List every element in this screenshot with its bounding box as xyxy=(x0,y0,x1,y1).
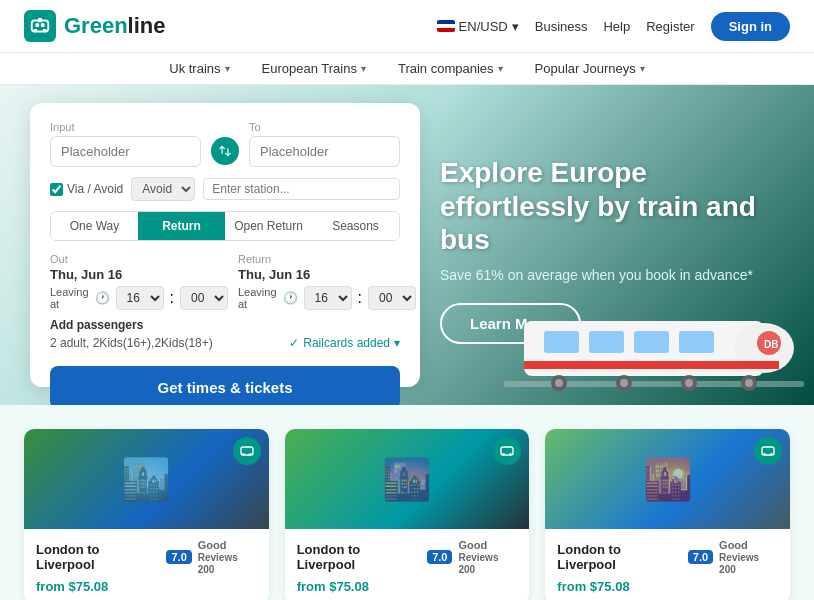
chevron-down-icon: ▾ xyxy=(640,63,645,74)
rating-text-2: Good Reviews 200 xyxy=(719,539,778,575)
booking-form: Input To Via / Avoid Avoid xyxy=(30,103,420,387)
svg-point-25 xyxy=(242,453,245,456)
nav-uk-trains[interactable]: Uk trains ▾ xyxy=(169,61,229,76)
svg-point-2 xyxy=(43,29,47,33)
business-link[interactable]: Business xyxy=(535,19,588,34)
station-input[interactable] xyxy=(203,178,400,200)
return-date-group: Return Thu, Jun 16 Leaving at 🕐 16 : 00 xyxy=(238,253,416,310)
avoid-select[interactable]: Avoid xyxy=(131,177,195,201)
hero-section: Input To Via / Avoid Avoid xyxy=(0,85,814,405)
hero-title: Explore Europe effortlessly by train and… xyxy=(440,156,784,257)
nav-popular-journeys[interactable]: Popular Journeys ▾ xyxy=(535,61,645,76)
chevron-down-icon: ▾ xyxy=(394,336,400,350)
leaving-at-label: Leaving at xyxy=(50,286,89,310)
svg-point-32 xyxy=(770,453,773,456)
chevron-down-icon: ▾ xyxy=(225,63,230,74)
destination-input[interactable] xyxy=(249,136,400,167)
cards-grid: 🏙️ London to Liverpool 7.0 Good R xyxy=(24,429,790,600)
card-price-0: from $75.08 xyxy=(36,579,257,594)
card-0[interactable]: 🏙️ London to Liverpool 7.0 Good R xyxy=(24,429,269,600)
swap-button[interactable] xyxy=(211,137,239,165)
chevron-down-icon: ▾ xyxy=(512,19,519,34)
svg-text:DB: DB xyxy=(764,339,778,350)
card-image-0: 🏙️ xyxy=(24,429,269,529)
destination-group: To xyxy=(249,121,400,167)
return-time-row: Leaving at 🕐 16 : 00 xyxy=(238,286,416,310)
clock-icon: 🕐 xyxy=(95,291,110,305)
via-avoid-row: Via / Avoid Avoid xyxy=(50,177,400,201)
language-selector[interactable]: EN/USD ▾ xyxy=(437,19,519,34)
svg-rect-6 xyxy=(504,381,804,387)
card-title-2: London to Liverpool 7.0 Good Reviews 200 xyxy=(557,539,778,575)
chevron-down-icon: ▾ xyxy=(498,63,503,74)
logo: Greenline xyxy=(24,10,166,42)
chevron-down-icon: ▾ xyxy=(361,63,366,74)
return-label: Return xyxy=(238,253,416,265)
out-date: Thu, Jun 16 xyxy=(50,267,228,282)
logo-text: Greenline xyxy=(64,13,166,39)
card-image-1: 🌆 xyxy=(285,429,530,529)
svg-rect-11 xyxy=(634,331,669,353)
origin-input[interactable] xyxy=(50,136,201,167)
passengers-label: Add passengers xyxy=(50,318,400,332)
return-date: Thu, Jun 16 xyxy=(238,267,416,282)
get-tickets-button[interactable]: Get times & tickets xyxy=(50,366,400,405)
outbound-hour-select[interactable]: 16 xyxy=(116,286,164,310)
tab-one-way[interactable]: One Way xyxy=(51,212,138,240)
header-right: EN/USD ▾ Business Help Register Sign in xyxy=(437,12,790,41)
return-min-select[interactable]: 00 xyxy=(368,286,416,310)
tab-return[interactable]: Return xyxy=(138,212,225,240)
origin-group: Input xyxy=(50,121,201,167)
help-link[interactable]: Help xyxy=(603,19,630,34)
register-link[interactable]: Register xyxy=(646,19,694,34)
card-price-1: from $75.08 xyxy=(297,579,518,594)
card-body-0: London to Liverpool 7.0 Good Reviews 200… xyxy=(24,529,269,600)
return-hour-select[interactable]: 16 xyxy=(304,286,352,310)
header: Greenline EN/USD ▾ Business Help Registe… xyxy=(0,0,814,53)
card-1[interactable]: 🌆 London to Liverpool 7.0 Good Re xyxy=(285,429,530,600)
input-label: Input xyxy=(50,121,201,133)
tab-seasons[interactable]: Seasons xyxy=(312,212,399,240)
to-label: To xyxy=(249,121,400,133)
journey-type-tabs: One Way Return Open Return Seasons xyxy=(50,211,400,241)
card-title-1: London to Liverpool 7.0 Good Reviews 200 xyxy=(297,539,518,575)
card-2[interactable]: 🌇 London to Liverpool 7.0 Good Re xyxy=(545,429,790,600)
train-badge-2 xyxy=(754,437,782,465)
train-badge-0 xyxy=(233,437,261,465)
svg-point-28 xyxy=(503,453,506,456)
svg-rect-5 xyxy=(38,18,42,23)
railcards-label: Railcards added xyxy=(303,336,390,350)
train-svg: DB xyxy=(504,261,804,401)
main-nav: Uk trains ▾ European Trains ▾ Train comp… xyxy=(0,53,814,85)
rating-badge-2: 7.0 xyxy=(688,550,713,564)
return-leaving-label: Leaving at xyxy=(238,286,277,310)
outbound-time-row: Leaving at 🕐 16 : 00 xyxy=(50,286,228,310)
train-illustration: DB xyxy=(504,261,804,405)
nav-train-companies[interactable]: Train companies ▾ xyxy=(398,61,503,76)
railcards-button[interactable]: ✓ Railcards added ▾ xyxy=(289,336,400,350)
card-body-1: London to Liverpool 7.0 Good Reviews 200… xyxy=(285,529,530,600)
card-image-2: 🌇 xyxy=(545,429,790,529)
passengers-section: Add passengers 2 adult, 2Kids(16+),2Kids… xyxy=(50,318,400,350)
hero-content: Explore Europe effortlessly by train and… xyxy=(420,85,814,405)
logo-icon xyxy=(24,10,56,42)
svg-point-21 xyxy=(745,379,753,387)
svg-point-1 xyxy=(34,29,38,33)
out-label: Out xyxy=(50,253,228,265)
via-checkbox[interactable] xyxy=(50,183,63,196)
via-checkbox-label[interactable]: Via / Avoid xyxy=(50,182,123,196)
rating-text-1: Good Reviews 200 xyxy=(458,539,517,575)
card-img-bg-1: 🌆 xyxy=(285,429,530,529)
svg-point-31 xyxy=(763,453,766,456)
outbound-date-group: Out Thu, Jun 16 Leaving at 🕐 16 : 00 xyxy=(50,253,228,310)
outbound-min-select[interactable]: 00 xyxy=(180,286,228,310)
card-img-bg-0: 🏙️ xyxy=(24,429,269,529)
nav-european-trains[interactable]: European Trains ▾ xyxy=(262,61,366,76)
passengers-row: 2 adult, 2Kids(16+),2Kids(18+) ✓ Railcar… xyxy=(50,336,400,350)
rating-badge-0: 7.0 xyxy=(166,550,191,564)
tab-open-return[interactable]: Open Return xyxy=(225,212,312,240)
signin-button[interactable]: Sign in xyxy=(711,12,790,41)
svg-rect-13 xyxy=(524,361,779,369)
date-row: Out Thu, Jun 16 Leaving at 🕐 16 : 00 Ret… xyxy=(50,253,400,310)
cards-section: 🏙️ London to Liverpool 7.0 Good R xyxy=(0,405,814,600)
